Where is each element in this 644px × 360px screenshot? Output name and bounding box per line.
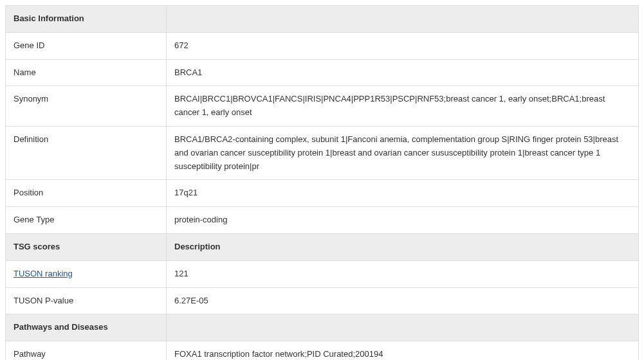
position-value: 17q21	[167, 180, 639, 207]
tuson-pvalue-label: TUSON P-value	[6, 287, 167, 314]
gene-id-value: 672	[167, 32, 639, 59]
basic-header2	[167, 6, 639, 33]
table-row: Gene ID 672	[6, 32, 639, 59]
position-label: Position	[6, 180, 167, 207]
gene-type-value: protein-coding	[167, 207, 639, 234]
section-header-basic: Basic Information	[6, 6, 639, 33]
table-row: Gene Type protein-coding	[6, 207, 639, 234]
pathway-label: Pathway	[6, 341, 167, 360]
table-row: Synonym BRCAI|BRCC1|BROVCA1|FANCS|IRIS|P…	[6, 86, 639, 127]
pathways-header: Pathways and Diseases	[6, 314, 167, 341]
pathway-value: FOXA1 transcription factor network;PID C…	[167, 341, 639, 360]
section-header-tsg: TSG scores Description	[6, 233, 639, 260]
definition-value: BRCA1/BRCA2-containing complex, subunit …	[167, 126, 639, 179]
tsg-header2: Description	[167, 233, 639, 260]
tuson-ranking-link[interactable]: TUSON ranking	[14, 269, 73, 278]
synonym-label: Synonym	[6, 86, 167, 127]
section-header-pathways: Pathways and Diseases	[6, 314, 639, 341]
name-value: BRCA1	[167, 59, 639, 86]
synonym-value: BRCAI|BRCC1|BROVCA1|FANCS|IRIS|PNCA4|PPP…	[167, 86, 639, 127]
table-row: TUSON P-value 6.27E-05	[6, 287, 639, 314]
pathways-header2	[167, 314, 639, 341]
table-row: Name BRCA1	[6, 59, 639, 86]
table-row: Position 17q21	[6, 180, 639, 207]
name-label: Name	[6, 59, 167, 86]
tuson-pvalue-value: 6.27E-05	[167, 287, 639, 314]
table-row: TUSON ranking 121	[6, 260, 639, 287]
tuson-ranking-value: 121	[167, 260, 639, 287]
table-row: Pathway FOXA1 transcription factor netwo…	[6, 341, 639, 360]
tsg-header: TSG scores	[6, 233, 167, 260]
gene-info-table: Basic Information Gene ID 672 Name BRCA1…	[5, 5, 639, 360]
basic-header: Basic Information	[6, 6, 167, 33]
table-row: Definition BRCA1/BRCA2-containing comple…	[6, 126, 639, 179]
tuson-ranking-label: TUSON ranking	[6, 260, 167, 287]
gene-id-label: Gene ID	[6, 32, 167, 59]
gene-type-label: Gene Type	[6, 207, 167, 234]
definition-label: Definition	[6, 126, 167, 179]
